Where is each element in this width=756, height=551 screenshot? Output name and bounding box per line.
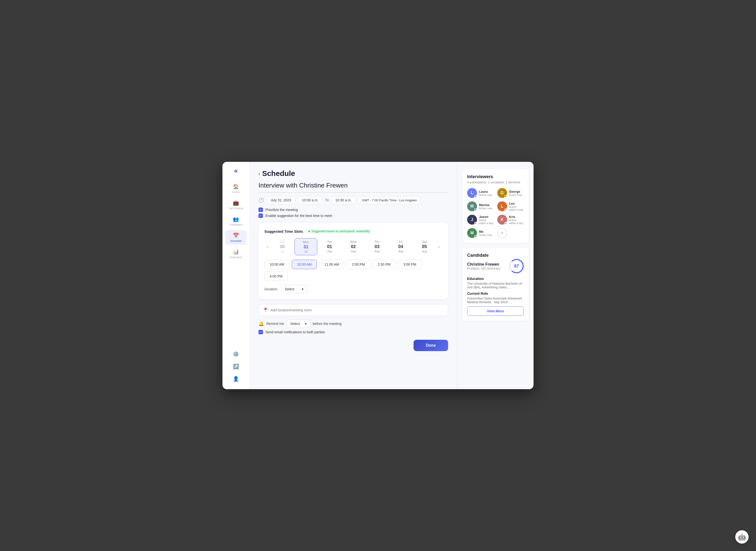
time-slot-300pm[interactable]: 3:00 PM [398,260,421,269]
suggestion-row: ✓ Enable suggestion for the best time to… [259,213,448,218]
to-label: To [325,198,329,202]
sidebar-item-label-candidates: Candidates [229,223,243,226]
slots-card: Suggested Time Slots ★ Suggested based o… [259,223,448,299]
interviewer-marina: M Marina Active now [467,201,494,211]
remind-after-label: before the meeting [313,322,342,326]
sidebar-item-schedule[interactable]: 📅 Schedule [225,230,247,245]
interviewer-info-laura: Laura Active now [479,190,492,196]
sidebar-item-evaluation[interactable]: 📊 Evaluation [225,246,247,261]
sidebar-item-job-posting[interactable]: 💼 Job Posting [225,197,247,212]
sidebar-item-profile[interactable]: 👤 [225,373,247,384]
candidate-section: Candidate Christine Frewen Portland, OR … [462,248,529,321]
sidebar-item-label-schedule: Schedule [230,239,242,242]
role-text: Automotive Sales Associate Advanced Medi… [467,297,524,304]
sidebar-item-home[interactable]: 🏠 Home [225,181,247,196]
cal-day-1[interactable]: Mon 31 Jul [295,238,317,255]
sidebar-item-label-job: Job Posting [229,207,243,210]
main-content: ‹ Schedule Interview with Christine Frew… [250,162,457,389]
email-notify-row: ✓ Send email notifications to both parti… [259,330,448,334]
done-row: Done [259,340,448,351]
remind-select[interactable]: Select ▾ [287,320,310,328]
evaluation-icon: 📊 [233,249,239,255]
time-slot-400pm[interactable]: 4:00 PM [264,271,288,281]
time-slot-230pm[interactable]: 2:30 PM [373,260,396,269]
suggestion-label: Enable suggestion for the best time to m… [265,214,332,218]
time-slot-200pm[interactable]: 2:00 PM [347,260,370,269]
end-time-chip[interactable]: 10:30 a.m. [331,196,356,204]
cal-day-6[interactable]: Sat 05 Aug [413,238,436,255]
status-dot-marina [474,208,477,211]
cal-day-5[interactable]: Fri 04 Aug [389,238,412,255]
location-input[interactable] [271,308,444,312]
sidebar-logo[interactable]: « [234,167,238,175]
calendar-strip: ‹ Sun 30 Jul Mon 31 Jul Tue 01 [264,238,442,255]
avatar-wrap-me: M [467,228,477,238]
duration-select[interactable]: Select ▾ [281,285,307,293]
done-button[interactable]: Done [414,340,448,351]
suggestion-checkbox[interactable]: ✓ [259,213,263,218]
time-slot-1030am[interactable]: 10:30 AM [292,260,317,269]
cal-day-0[interactable]: Sun 30 Jul [271,238,294,255]
add-interviewer-item: + [497,228,524,238]
bell-icon: 🔔 [259,321,264,327]
interviewers-subtitle: 4 participants, 2 accepted, 1 declined [467,180,524,184]
avatar-wrap-laura: L [467,188,477,198]
slots-badge: ★ Suggested based on participants' avail… [305,229,372,234]
interviewer-kris: K Kris Active within a day [497,215,524,224]
status-dot-george [504,195,507,198]
avatar-wrap-jason: J [467,215,477,224]
interviewer-info-jason: Jason Active within a day [479,215,494,224]
page-header: ‹ Schedule [259,169,448,178]
cal-prev-button[interactable]: ‹ [264,242,271,251]
date-chip[interactable]: July 31, 2023 [266,196,295,204]
avatar-wrap-marina: M [467,201,477,211]
status-dot-jason [474,222,477,224]
back-button[interactable]: ‹ [259,171,260,176]
remind-label: Remind me [266,322,284,326]
cal-next-button[interactable]: › [436,242,442,251]
interviewer-info-me: Me Active now [479,230,492,236]
home-icon: 🏠 [233,183,239,189]
remind-row: 🔔 Remind me Select ▾ before the meeting [259,320,448,328]
email-notify-checkbox[interactable]: ✓ [259,330,263,334]
interviewer-info-marina: Marina Active now [479,203,492,210]
time-slot-1100am[interactable]: 11:00 AM [319,260,344,269]
prioritize-checkbox[interactable]: ✓ [259,207,263,212]
time-slot-1000am[interactable]: 10:00 AM [264,260,289,269]
avatar-wrap-george: G [497,188,507,198]
education-label: Education [467,277,524,281]
start-time-chip[interactable]: 10:00 a.m. [298,196,322,204]
interviewer-info-leo: Leo Active within a day [509,201,524,211]
sidebar-item-logout[interactable]: ↗️ [225,361,247,372]
status-dot-leo [504,208,507,211]
cal-day-2[interactable]: Tue 01 Aug [318,238,341,255]
time-slots-grid: 10:00 AM 10:30 AM 11:00 AM 2:00 PM 2:30 … [264,260,442,281]
view-more-button[interactable]: View More [467,307,524,316]
interviewer-leo: L Leo Active within a day [497,201,524,211]
prioritize-label: Prioritize the meeting [265,208,298,212]
candidates-icon: 👥 [233,216,239,222]
duration-label: Duration [264,287,278,291]
avatar-wrap-leo: L [497,201,507,211]
status-dot-laura [474,195,477,198]
interviewer-me: M Me Active now [467,228,494,238]
right-panel: Interviewers 4 participants, 2 accepted,… [457,162,534,389]
sidebar-item-candidates[interactable]: 👥 Candidates [225,214,247,228]
add-interviewer-button[interactable]: + [497,228,507,238]
status-dot-kris [504,222,507,224]
page-title: Schedule [262,169,295,178]
interviewers-section: Interviewers 4 participants, 2 accepted,… [462,169,529,243]
chatbot-fab[interactable]: 🤖 [735,530,749,544]
cal-day-4[interactable]: Thu 03 Aug [366,238,388,255]
candidate-sub: Portland, OR (She/Her) [467,266,500,270]
sidebar-item-settings[interactable]: ⚙️ [225,349,247,360]
cal-day-3[interactable]: Wed 02 Aug [342,238,365,255]
timezone-chip[interactable]: GMT - 7:00 Pacific Time - Los Angeles [358,196,420,204]
candidate-info-row: Christine Frewen Portland, OR (She/Her) … [467,259,524,273]
chatbot-icon: 🤖 [738,533,746,541]
prioritize-row: ✓ Prioritize the meeting [259,207,448,212]
status-dot-me [474,235,477,238]
clock-icon: 🕐 [259,197,264,203]
candidate-name: Christine Frewen [467,262,500,266]
education-text: The University of Alabama Bachelor of Ar… [467,282,524,289]
